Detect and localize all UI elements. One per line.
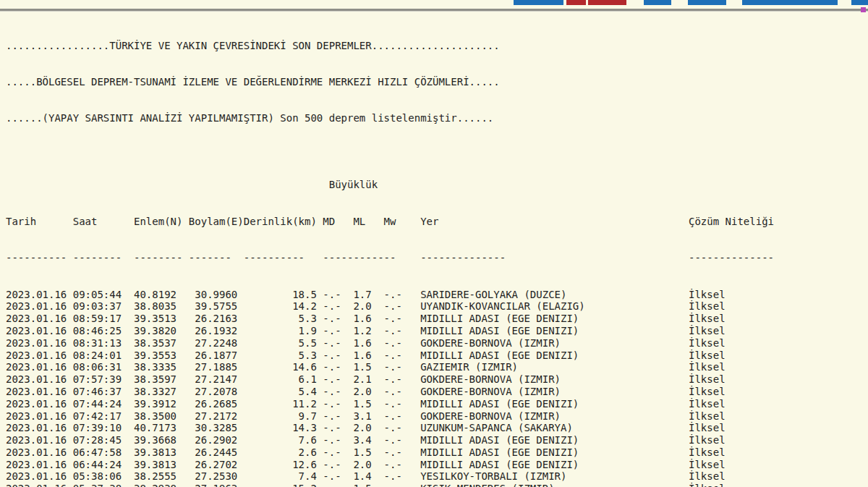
- table-row: 2023.01.16 06:44:24 39.3813 26.2702 12.6…: [6, 459, 774, 471]
- table-row: 2023.01.16 06:47:58 39.3813 26.2445 2.6 …: [6, 446, 774, 459]
- horizontal-rule: [0, 9, 868, 12]
- table-row: 2023.01.16 07:42:17 38.3500 27.2172 9.7 …: [6, 410, 774, 423]
- title-line-1: .................TÜRKİYE VE YAKIN ÇEVRES…: [6, 40, 774, 52]
- table-row: 2023.01.16 08:46:25 39.3820 26.1932 1.9 …: [6, 325, 774, 337]
- title-line-3: ......(YAPAY SARSINTI ANALİZİ YAPILMAMIŞ…: [6, 112, 774, 124]
- table-row: 2023.01.16 07:39:10 40.7173 30.3285 14.3…: [6, 422, 774, 434]
- earthquake-list: .................TÜRKİYE VE YAKIN ÇEVRES…: [6, 15, 774, 487]
- column-header-line: Tarih Saat Enlem(N) Boylam(E)Derinlik(km…: [6, 216, 774, 228]
- table-row: 2023.01.16 08:24:01 39.3553 26.1877 5.3 …: [6, 350, 774, 362]
- magnitude-group-label: Büyüklük: [6, 179, 774, 191]
- table-row: 2023.01.16 09:03:37 38.8035 39.5755 14.2…: [6, 300, 774, 313]
- table-row: 2023.01.16 07:46:37 38.3327 27.2078 5.4 …: [6, 386, 774, 398]
- table-row: 2023.01.16 07:57:39 38.3597 27.2147 6.1 …: [6, 373, 774, 386]
- table-row: 2023.01.16 05:38:06 38.2555 27.2530 7.4 …: [6, 470, 774, 483]
- top-link[interactable]: [742, 0, 838, 5]
- table-row: 2023.01.16 08:59:17 39.3513 26.2163 5.3 …: [6, 313, 774, 325]
- table-row: 2023.01.16 08:06:31 38.3335 27.1885 14.6…: [6, 361, 774, 373]
- title-line-2: .....BÖLGESEL DEPREM-TSUNAMİ İZLEME VE D…: [6, 76, 774, 88]
- top-link[interactable]: [644, 0, 671, 5]
- table-row: 2023.01.16 05:37:38 38.2938 27.1963 15.2…: [6, 483, 774, 487]
- top-link[interactable]: [688, 0, 726, 5]
- table-row: 2023.01.16 07:44:24 39.3912 26.2685 11.2…: [6, 398, 774, 410]
- table-row: 2023.01.16 09:05:44 40.8192 30.9960 18.5…: [6, 289, 774, 301]
- scroll-marker: [861, 7, 866, 12]
- separator-line: ---------- -------- -------- ------- ---…: [6, 252, 774, 264]
- top-link[interactable]: [514, 0, 563, 5]
- top-link[interactable]: [851, 0, 868, 5]
- table-body: 2023.01.16 09:05:44 40.8192 30.9960 18.5…: [6, 289, 774, 487]
- top-link[interactable]: [588, 0, 626, 5]
- spacer: [6, 149, 774, 155]
- table-row: 2023.01.16 07:28:45 39.3668 26.2902 7.6 …: [6, 434, 774, 446]
- top-link[interactable]: [566, 0, 586, 5]
- table-row: 2023.01.16 08:31:13 38.3537 27.2248 5.5 …: [6, 337, 774, 350]
- browser-links-bar: [0, 0, 868, 6]
